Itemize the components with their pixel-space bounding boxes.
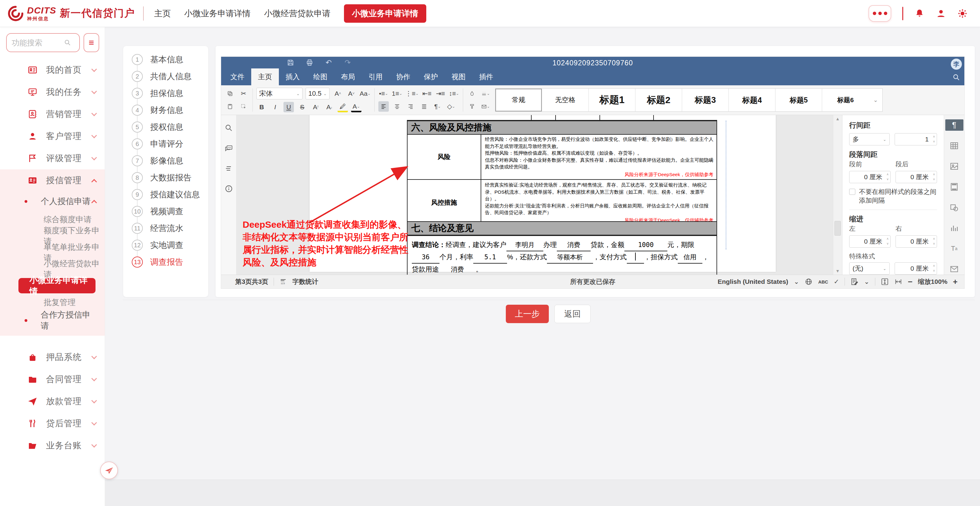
header-footer-settings-icon[interactable] bbox=[945, 181, 963, 192]
sidebar-item-collateral[interactable]: 押品系统 bbox=[0, 346, 105, 368]
same-style-checkbox[interactable] bbox=[849, 189, 855, 195]
format-painter-icon[interactable] bbox=[467, 101, 477, 112]
language-dropdown-icon[interactable]: ⌄ bbox=[794, 278, 799, 286]
style-heading4[interactable]: 标题4 bbox=[729, 89, 775, 111]
mailbox-icon[interactable]: ⌄ bbox=[480, 101, 491, 112]
sidebar-item-rating[interactable]: 评级管理 bbox=[0, 147, 105, 170]
avatar[interactable]: 李 bbox=[951, 59, 962, 70]
justify-icon[interactable] bbox=[419, 101, 430, 112]
previous-step-button[interactable]: 上一步 bbox=[506, 305, 549, 323]
select-icon[interactable] bbox=[238, 101, 249, 112]
zoom-out-button[interactable]: − bbox=[908, 277, 912, 287]
step-bigdata-report[interactable]: 8大数据报告 bbox=[132, 172, 208, 183]
zoom-in-button[interactable]: + bbox=[953, 277, 958, 287]
numbered-list-icon[interactable]: 1≡⌄ bbox=[392, 88, 402, 99]
change-case-icon[interactable]: Aa⌄ bbox=[360, 88, 371, 99]
indent-right-stepper[interactable]: 0 厘米˄˅ bbox=[896, 235, 937, 247]
navigation-icon[interactable] bbox=[224, 164, 233, 173]
menu-tab-view[interactable]: 视图 bbox=[445, 68, 473, 85]
text-art-settings-icon[interactable]: Ta bbox=[945, 243, 963, 254]
search-input[interactable] bbox=[12, 38, 64, 47]
menu-tab-home[interactable]: 主页 bbox=[251, 68, 279, 85]
globe-icon[interactable] bbox=[805, 278, 813, 286]
step-imaging[interactable]: 7影像信息 bbox=[132, 155, 208, 166]
blank-loan-purpose[interactable]: 消费 bbox=[439, 264, 476, 274]
style-normal[interactable]: 常规 bbox=[495, 89, 542, 111]
function-search[interactable] bbox=[6, 33, 80, 52]
blank-rate[interactable]: 5.1 bbox=[473, 252, 507, 263]
menu-tab-references[interactable]: 引用 bbox=[362, 68, 390, 85]
step-guarantee[interactable]: 3担保信息 bbox=[132, 88, 208, 99]
shape-settings-icon[interactable] bbox=[945, 201, 963, 213]
spacing-after-stepper[interactable]: 0 厘米˄˅ bbox=[896, 171, 937, 183]
style-heading2[interactable]: 标题2 bbox=[635, 89, 682, 111]
document-canvas[interactable]: 六、风险及风控措施 风险 经营风险：小微企业市场竞争力弱，易受行业波动（如政策变… bbox=[237, 115, 843, 274]
scroll-up-icon[interactable]: ▲ bbox=[836, 116, 840, 121]
italic-button[interactable]: I bbox=[270, 102, 280, 112]
sidebar-item-post-loan[interactable]: 贷后管理 bbox=[0, 412, 105, 435]
line-spacing-select[interactable]: 多⌄ bbox=[849, 133, 890, 146]
increase-font-icon[interactable]: A˄ bbox=[332, 88, 343, 99]
align-center-icon[interactable] bbox=[392, 101, 402, 112]
step-business-flow[interactable]: 11经营流水 bbox=[132, 223, 208, 234]
blank-term[interactable]: 36 bbox=[412, 252, 439, 263]
multilevel-list-icon[interactable]: ⋮≡⌄ bbox=[406, 88, 418, 99]
find-icon[interactable] bbox=[224, 124, 233, 132]
step-co-borrower[interactable]: 2共借人信息 bbox=[132, 71, 208, 82]
line-spacing-stepper[interactable]: 1˄˅ bbox=[895, 133, 937, 146]
step-basic-info[interactable]: 1基本信息 bbox=[132, 54, 208, 65]
sidebar-item-ledger[interactable]: 业务台账 bbox=[0, 435, 105, 457]
menu-tab-plugins[interactable]: 插件 bbox=[473, 68, 500, 85]
user-icon[interactable] bbox=[936, 8, 946, 19]
font-name-select[interactable]: 宋体⌄ bbox=[256, 88, 302, 100]
table-settings-icon[interactable] bbox=[945, 140, 963, 151]
style-gallery-expand-icon[interactable]: ⌄ bbox=[869, 89, 882, 111]
fit-page-icon[interactable] bbox=[881, 278, 889, 286]
sidebar-item-home[interactable]: 我的首页 bbox=[0, 59, 105, 81]
decrease-font-icon[interactable]: A˅ bbox=[346, 88, 356, 99]
scroll-thumb[interactable] bbox=[834, 221, 841, 236]
style-heading6[interactable]: 标题6 bbox=[822, 89, 869, 111]
blank-amount[interactable]: 1000 bbox=[624, 240, 667, 251]
special-format-stepper[interactable]: 0 厘米˄˅ bbox=[895, 262, 937, 274]
submenu-item-micro-detail-active[interactable]: 小微业务申请详情 bbox=[18, 278, 95, 293]
blank-customer-name[interactable]: 李明月 bbox=[506, 240, 543, 251]
word-count-label[interactable]: 字数统计 bbox=[293, 278, 318, 286]
track-changes-icon[interactable] bbox=[850, 278, 858, 286]
paste-icon[interactable] bbox=[225, 101, 235, 112]
bullet-list-icon[interactable]: •≡⌄ bbox=[379, 88, 389, 99]
nav-tab-micro-detail-active[interactable]: 小微业务申请详情 bbox=[344, 4, 426, 23]
step-field-survey[interactable]: 12实地调查 bbox=[132, 240, 208, 251]
step-survey-report-active[interactable]: 13调查报告 bbox=[132, 257, 208, 268]
editor-search-icon[interactable] bbox=[952, 73, 960, 81]
style-heading5[interactable]: 标题5 bbox=[775, 89, 822, 111]
superscript-icon[interactable]: A² bbox=[310, 102, 321, 112]
menu-tab-draw[interactable]: 绘图 bbox=[307, 68, 334, 85]
strikethrough-button[interactable]: S bbox=[297, 102, 307, 112]
document-vertical-scrollbar[interactable]: ▲ ▼ bbox=[833, 115, 842, 274]
fit-width-icon[interactable] bbox=[894, 278, 902, 286]
ink-icon[interactable] bbox=[467, 88, 477, 99]
font-size-select[interactable]: 10.5⌄ bbox=[305, 88, 329, 100]
submenu-group-personal-credit[interactable]: 个人授信申请 bbox=[0, 192, 105, 211]
blank-loan-kind[interactable]: 消费 bbox=[557, 240, 590, 251]
style-heading3[interactable]: 标题3 bbox=[682, 89, 729, 111]
highlight-color-icon[interactable]: 🖉 bbox=[337, 102, 348, 112]
menu-tab-collaboration[interactable]: 协作 bbox=[390, 68, 417, 85]
decrease-indent-icon[interactable]: ⇤≡ bbox=[422, 88, 432, 99]
mail-merge-icon[interactable] bbox=[945, 263, 963, 274]
paragraph-settings-icon[interactable]: ¶ bbox=[945, 119, 963, 131]
underline-button[interactable]: U bbox=[283, 102, 294, 112]
style-no-spacing[interactable]: 无空格 bbox=[542, 89, 589, 111]
language-select[interactable]: English (United States) bbox=[718, 278, 788, 286]
menu-tab-protection[interactable]: 保护 bbox=[417, 68, 445, 85]
blank-payment-method[interactable] bbox=[627, 252, 644, 263]
line-spacing-icon[interactable]: ↕≡⌄ bbox=[449, 88, 459, 99]
shading-icon[interactable]: ◇⌄ bbox=[446, 101, 457, 112]
spellcheck-icon[interactable]: ABC bbox=[818, 280, 828, 284]
comments-icon[interactable] bbox=[224, 144, 233, 152]
zoom-level[interactable]: 缩放100% bbox=[918, 278, 947, 286]
gear-icon[interactable] bbox=[957, 8, 968, 19]
sidebar-item-customers[interactable]: 客户管理 bbox=[0, 125, 105, 147]
nav-tab-micro-loan[interactable]: 小微经营贷款申请 bbox=[264, 8, 331, 19]
